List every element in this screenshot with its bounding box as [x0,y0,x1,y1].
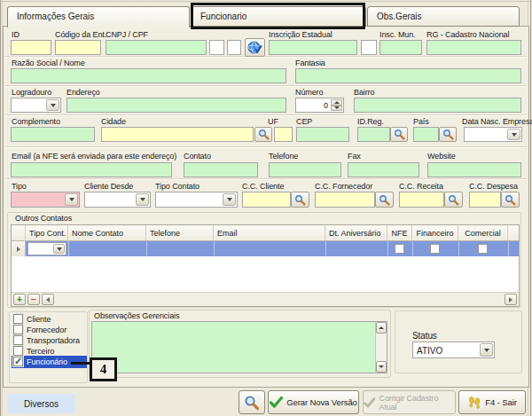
arrow-down-icon [379,365,384,368]
observacoes-label: Observações Gerenciais [92,311,181,320]
complemento-field[interactable] [11,127,95,142]
inscricao-extra-field[interactable] [361,40,377,55]
cnpj-cpf-field[interactable] [106,40,207,55]
pais-field[interactable] [413,127,439,142]
data-nasc-label: Data Nasc. Empresa [462,117,532,126]
grid-header-nome-contato[interactable]: Nome Contato [68,225,146,241]
observacoes-textarea[interactable] [91,321,387,373]
grid-header-dt-aniversario[interactable]: Dt. Aniversário [325,225,387,241]
cc-fornecedor-field[interactable] [315,192,375,208]
grid-selected-row[interactable] [26,241,519,256]
tab-obs-gerais[interactable]: Obs.Gerais [367,6,520,27]
cliente-desde-select[interactable] [84,192,151,208]
cc-despesa-search-button[interactable] [501,192,520,208]
annotation-callout-4: 4 [90,357,117,381]
rg-field[interactable] [426,40,521,55]
cidade-search-button[interactable] [254,127,272,142]
cc-receita-search-button[interactable] [444,192,463,208]
chevron-down-icon[interactable] [65,193,78,206]
chevron-down-icon[interactable] [223,193,236,206]
gerar-nova-versao-button[interactable]: Gerar Nova Versão [268,390,359,414]
grid-header-email[interactable]: Email [214,225,325,241]
email-field[interactable] [11,162,172,177]
tipo-contato-select[interactable] [155,192,238,208]
grid-header-telefone[interactable]: Telefone [146,225,214,241]
cc-fornecedor-search-button[interactable] [375,192,394,208]
plus-icon: + [17,295,22,303]
grid-row-selector[interactable] [12,241,26,256]
cc-cliente-field[interactable] [242,192,291,208]
add-contact-button[interactable]: + [13,294,26,305]
fax-field[interactable] [348,162,419,177]
grid-scroll-left-button[interactable] [42,294,54,305]
transportadora-checkbox[interactable] [13,335,23,345]
grid-tipo-cont-select[interactable] [27,242,66,255]
status-select[interactable]: ATIVO [412,341,495,358]
tab-informacoes-gerais[interactable]: Informações Gerais [7,6,190,27]
cc-despesa-field[interactable] [469,192,501,208]
insc-mun-field[interactable] [379,40,422,55]
telefone-field[interactable] [269,162,341,177]
cnpj-extra-field-1[interactable] [209,40,224,55]
uf-field[interactable] [274,127,293,142]
fornecedor-checkbox[interactable] [13,325,23,334]
numero-spin-buttons[interactable] [331,99,342,111]
pais-search-button[interactable] [439,127,457,142]
check-icon-disabled [364,397,375,408]
grid-financeiro-checkbox[interactable] [430,244,440,254]
grid-comercial-checkbox[interactable] [478,244,488,254]
scroll-down-button[interactable] [376,361,387,373]
chevron-down-icon[interactable] [46,99,59,111]
id-reg-label: ID.Reg. [357,117,384,126]
website-field[interactable] [427,162,521,177]
diversos-tab[interactable]: Diversos [7,394,75,413]
status-value: ATIVO [417,346,442,356]
endereco-field[interactable] [66,98,286,113]
remove-contact-button[interactable]: − [27,294,40,305]
id-reg-field[interactable] [357,127,390,142]
search-icon [442,129,454,140]
contato-field[interactable] [184,162,258,177]
logradouro-select[interactable] [11,98,61,113]
section-divider [5,146,527,148]
grid-nfe-checkbox[interactable] [395,244,404,254]
cc-receita-field[interactable] [399,192,444,208]
section-divider [5,56,527,58]
observacoes-scrollbar[interactable] [375,322,387,373]
website-label: Website [427,152,456,161]
gerar-nova-versao-label: Gerar Nova Versão [286,397,357,407]
cidade-field[interactable] [101,127,254,142]
cnpj-extra-field-2[interactable] [227,40,241,55]
razao-social-field[interactable] [11,68,286,83]
codigo-ent-field[interactable] [55,40,101,55]
scroll-up-button[interactable] [376,322,387,334]
id-reg-search-button[interactable] [390,127,408,142]
grid-header-financeiro[interactable]: Financeiro [412,225,458,241]
globe-lookup-button[interactable] [245,38,265,57]
cc-cliente-search-button[interactable] [291,192,309,208]
bairro-field[interactable] [354,98,521,113]
funcionario-checkbox[interactable] [13,357,23,366]
tipo-select[interactable] [11,192,80,208]
grid-header-tipo-cont[interactable]: Tipo Cont. [26,225,68,241]
numero-stepper[interactable]: 0 [295,98,344,113]
grid-header-nfe[interactable]: NFE [387,225,412,241]
chevron-down-icon[interactable] [136,193,149,206]
cep-field[interactable] [296,127,349,142]
fantasia-field[interactable] [295,68,521,83]
chevron-down-icon[interactable] [507,129,520,140]
terceiro-checkbox[interactable] [13,346,23,356]
chevron-down-icon[interactable] [53,244,65,254]
contatos-grid[interactable]: Tipo Cont. Nome Contato Telefone Email D… [11,224,520,307]
section-divider [5,85,527,87]
f4-sair-button[interactable]: F4 - Sair [458,390,526,414]
cliente-checkbox[interactable] [13,314,23,324]
id-field[interactable] [11,40,51,55]
chevron-down-icon[interactable] [480,343,493,357]
inscricao-estadual-field[interactable] [269,40,357,55]
search-button[interactable] [239,390,265,414]
grid-header-comercial[interactable]: Comercial [458,225,508,241]
data-nasc-select[interactable] [464,127,522,142]
grid-scroll-right-button[interactable] [505,294,517,305]
spin-down-icon[interactable] [331,106,342,112]
